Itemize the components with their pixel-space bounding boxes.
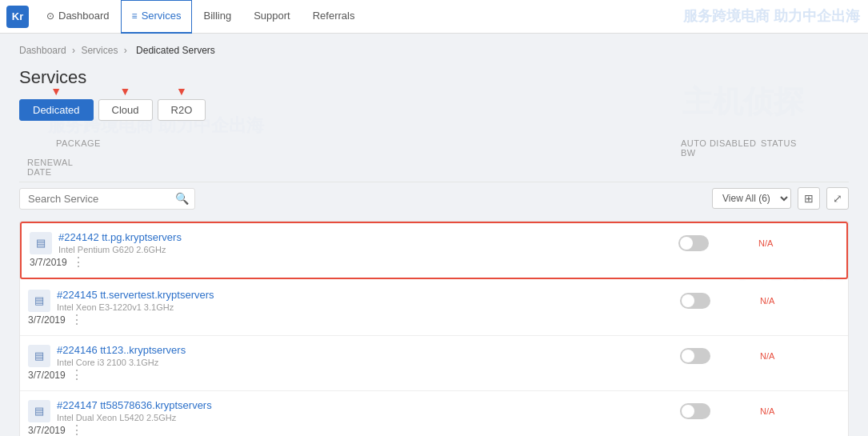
col-renewal: RENEWAL DATE <box>27 158 56 177</box>
expand-button[interactable]: ⤢ <box>826 187 849 210</box>
search-icon: 🔍 <box>175 192 189 205</box>
table-row[interactable]: ▤ #224145 tt.servertest.kryptservers Int… <box>20 281 848 336</box>
services-icon: ≡ <box>132 10 138 22</box>
nav-billing[interactable]: Billing <box>192 0 242 34</box>
service-sub: Intel Core i3 2100 3.1GHz <box>57 358 456 367</box>
row-menu-button[interactable]: ⋮ <box>70 422 83 436</box>
row-menu-button[interactable]: ⋮ <box>70 367 83 382</box>
service-name: #224145 tt.servertest.kryptservers <box>57 289 456 301</box>
renewal-date: 3/7/2019 ⋮ <box>30 254 58 270</box>
content-area: 服务跨境电商 助力中企出海 主机侦探 服务跨境电商 助力中企出海 主机侦探 Da… <box>0 34 868 436</box>
dashboard-icon: ⊙ <box>46 10 54 22</box>
breadcrumb-services[interactable]: Services <box>81 45 118 56</box>
columns-toggle-button[interactable]: ⊞ <box>798 187 820 210</box>
service-info: #224145 tt.servertest.kryptservers Intel… <box>57 289 456 312</box>
service-info: #224147 tt58578636.kryptservers Intel Du… <box>57 399 456 422</box>
bw-toggle[interactable] <box>680 348 710 364</box>
table-row[interactable]: ▤ #224147 tt58578636.kryptservers Intel … <box>20 391 848 436</box>
view-select[interactable]: View All (6) <box>712 188 791 209</box>
search-input[interactable] <box>19 188 195 210</box>
search-box: 🔍 <box>19 188 195 210</box>
tab-r2o[interactable]: R2O <box>158 99 206 121</box>
top-navigation: Kr ⊙ Dashboard ≡ Services Billing Suppor… <box>0 0 868 34</box>
breadcrumb-current: Dedicated Servers <box>136 45 215 56</box>
service-info: #224146 tt123..kryptservers Intel Core i… <box>57 344 456 367</box>
page-title: Services <box>19 67 849 88</box>
filter-controls: View All (6) ⊞ ⤢ <box>712 187 849 210</box>
search-filter-row: 🔍 View All (6) ⊞ ⤢ <box>19 182 849 214</box>
breadcrumb-dashboard[interactable]: Dashboard <box>19 45 66 56</box>
row-menu-button[interactable]: ⋮ <box>70 312 83 327</box>
service-sub: Intel Pentium G620 2.6GHz <box>58 245 454 254</box>
status-badge: N/A <box>760 296 840 306</box>
nav-dashboard[interactable]: ⊙ Dashboard <box>35 0 121 34</box>
service-name: #224147 tt58578636.kryptservers <box>57 399 456 411</box>
renewal-date: 3/7/2019 ⋮ <box>28 367 57 382</box>
row-menu-button[interactable]: ⋮ <box>72 254 85 270</box>
server-icon: ▤ <box>28 400 50 422</box>
server-icon: ▤ <box>28 290 50 312</box>
service-list: ▤ #224142 tt.pg.kryptservers Intel Penti… <box>19 221 849 436</box>
col-auto-bw: AUTO DISABLED BW <box>681 138 761 158</box>
status-badge: N/A <box>760 406 840 416</box>
nav-referrals[interactable]: Referrals <box>302 0 366 34</box>
table-row[interactable]: ▤ #224142 tt.pg.kryptservers Intel Penti… <box>20 222 848 279</box>
renewal-date: 3/7/2019 ⋮ <box>28 312 57 327</box>
table-row[interactable]: ▤ #224146 tt123..kryptservers Intel Core… <box>20 336 848 391</box>
service-sub: Intel Dual Xeon L5420 2.5GHz <box>57 413 456 422</box>
tab-cloud[interactable]: Cloud <box>98 99 153 121</box>
nav-watermark: 服务跨境电商 助力中企出海 <box>683 6 860 26</box>
breadcrumb: Dashboard › Services › Dedicated Servers <box>19 45 849 56</box>
app-logo: Kr <box>6 6 29 28</box>
bw-toggle[interactable] <box>680 293 710 309</box>
service-name: #224146 tt123..kryptservers <box>57 344 456 356</box>
table-header: PACKAGE AUTO DISABLED BW STATUS RENEWAL … <box>19 134 849 182</box>
renewal-date: 3/7/2019 ⋮ <box>28 422 57 436</box>
service-sub: Intel Xeon E3-1220v1 3.1GHz <box>57 302 456 312</box>
service-name: #224142 tt.pg.kryptservers <box>58 231 454 243</box>
nav-support[interactable]: Support <box>242 0 302 34</box>
col-package: PACKAGE <box>56 138 457 158</box>
service-info: #224142 tt.pg.kryptservers Intel Pentium… <box>58 231 454 254</box>
server-icon: ▤ <box>30 232 52 254</box>
server-icon: ▤ <box>28 345 50 367</box>
status-badge: N/A <box>760 351 840 361</box>
bw-toggle[interactable] <box>680 403 710 419</box>
bw-toggle[interactable] <box>678 235 709 251</box>
main-content: 服务跨境电商 助力中企出海 主机侦探 服务跨境电商 助力中企出海 主机侦探 Da… <box>0 34 868 436</box>
status-badge: N/A <box>758 238 838 248</box>
nav-services[interactable]: ≡ Services <box>121 0 193 34</box>
col-status: STATUS <box>761 138 841 158</box>
tab-dedicated[interactable]: Dedicated <box>19 99 94 121</box>
service-tabs: ▼ Dedicated ▼ Cloud ▼ R2O <box>19 99 849 121</box>
